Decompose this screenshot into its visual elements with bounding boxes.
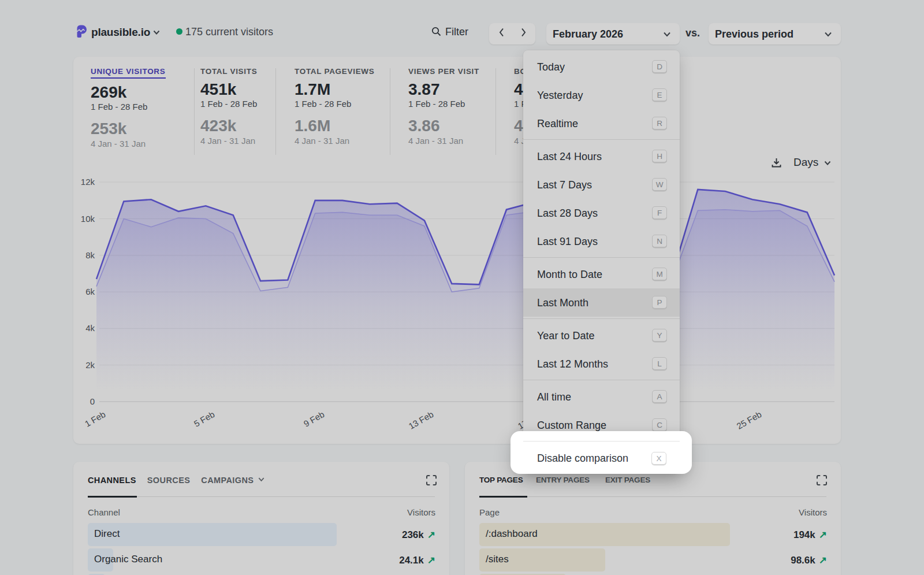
svg-text:13 Feb: 13 Feb: [407, 409, 435, 431]
svg-text:2k: 2k: [85, 360, 95, 370]
svg-text:8k: 8k: [85, 250, 95, 260]
svg-text:4k: 4k: [85, 323, 95, 333]
svg-text:12k: 12k: [81, 177, 95, 187]
svg-text:6k: 6k: [85, 287, 95, 296]
svg-text:9 Feb: 9 Feb: [302, 409, 326, 429]
svg-text:5 Feb: 5 Feb: [192, 409, 217, 429]
svg-text:10k: 10k: [81, 214, 95, 224]
svg-text:25 Feb: 25 Feb: [735, 409, 763, 431]
svg-text:0: 0: [90, 396, 95, 406]
svg-text:1 Feb: 1 Feb: [83, 409, 107, 429]
